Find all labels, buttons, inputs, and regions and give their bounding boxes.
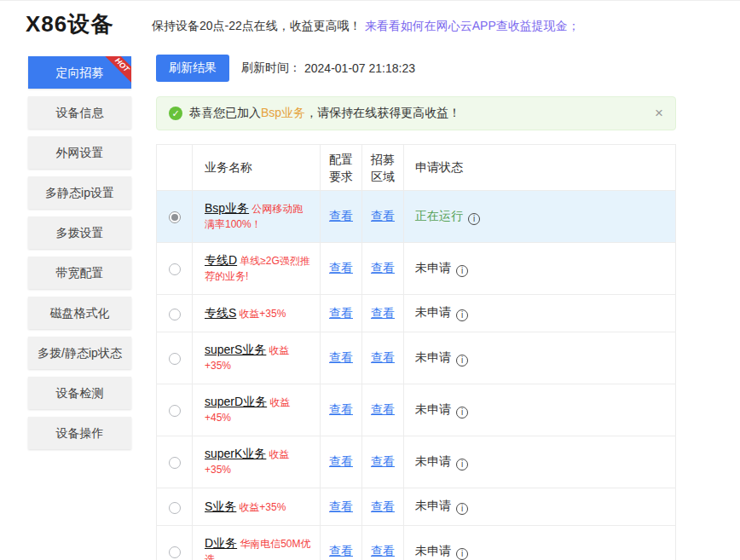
sidebar-item-label: 磁盘格式化: [50, 306, 110, 320]
config-view-link[interactable]: 查看: [329, 544, 353, 557]
header-config-req: 配置要求: [321, 145, 362, 191]
page-title: X86设备: [26, 9, 113, 39]
business-name[interactable]: superK业务: [205, 447, 266, 460]
business-name[interactable]: superS业务: [205, 343, 266, 356]
check-circle-icon: ✓: [169, 107, 182, 120]
row-radio[interactable]: [169, 309, 181, 320]
sidebar-item-多静态ip设置[interactable]: 多静态ip设置: [28, 176, 131, 209]
alert-highlight: Bsp业务: [261, 106, 305, 119]
header-radio-col: [157, 145, 193, 191]
config-view-link[interactable]: 查看: [329, 261, 353, 274]
region-view-link[interactable]: 查看: [371, 454, 395, 468]
header-business-name: 业务名称: [193, 145, 321, 191]
info-icon[interactable]: i: [456, 459, 468, 471]
region-view-link[interactable]: 查看: [371, 306, 395, 320]
business-name[interactable]: 专线S: [205, 306, 236, 320]
main-content: 刷新结果 刷新时间： 2024-01-07 21:18:23 ✓ 恭喜您已加入B…: [156, 55, 676, 560]
table-row: superK业务收益+35% 查看 查看 未申请i: [157, 436, 676, 488]
region-view-link[interactable]: 查看: [371, 209, 395, 222]
row-radio[interactable]: [169, 405, 181, 417]
toolbar: 刷新结果 刷新时间： 2024-01-07 21:18:23: [156, 55, 676, 82]
header-apply-status: 申请状态: [404, 145, 676, 191]
config-view-link[interactable]: 查看: [329, 306, 353, 320]
region-view-link[interactable]: 查看: [371, 350, 395, 364]
status-text: 未申请: [415, 454, 451, 468]
sidebar-item-label: 设备操作: [56, 426, 104, 440]
config-view-link[interactable]: 查看: [329, 454, 353, 468]
info-icon[interactable]: i: [456, 309, 468, 321]
info-icon[interactable]: i: [456, 548, 468, 560]
status-text: 未申请: [415, 402, 451, 416]
alert-text: 恭喜您已加入Bsp业务，请保持在线获得更高收益！: [189, 106, 460, 121]
business-table: 业务名称 配置要求 招募区域 申请状态 Bsp业务公网移动跑满率100%！ 查看…: [156, 144, 676, 560]
promo-link[interactable]: 来看看如何在网心云APP查收益提现金；: [365, 19, 580, 32]
business-name[interactable]: D业务: [205, 536, 237, 550]
region-view-link[interactable]: 查看: [371, 499, 395, 513]
config-view-link[interactable]: 查看: [329, 402, 353, 416]
status-text: 未申请: [415, 544, 451, 557]
business-name[interactable]: Bsp业务: [205, 201, 249, 215]
success-alert: ✓ 恭喜您已加入Bsp业务，请保持在线获得更高收益！ ×: [156, 96, 676, 130]
status-text: 未申请: [415, 350, 451, 364]
config-view-link[interactable]: 查看: [329, 209, 353, 222]
business-note: 收益+35%: [239, 501, 286, 513]
sidebar-item-多拨/静态ip状态[interactable]: 多拨/静态ip状态: [28, 337, 131, 369]
info-icon[interactable]: i: [456, 355, 468, 367]
row-radio[interactable]: [169, 211, 181, 223]
sidebar-item-label: 带宽配置: [56, 266, 104, 280]
business-name[interactable]: superD业务: [205, 395, 267, 408]
table-header-row: 业务名称 配置要求 招募区域 申请状态: [157, 145, 676, 191]
sidebar-item-label: 定向招募: [56, 66, 104, 79]
sidebar-item-label: 设备检测: [56, 386, 104, 400]
row-radio[interactable]: [169, 353, 181, 365]
business-name[interactable]: 专线D: [205, 253, 237, 267]
row-radio[interactable]: [169, 546, 181, 558]
business-note: 收益+35%: [239, 308, 286, 320]
sidebar-item-带宽配置[interactable]: 带宽配置: [28, 257, 131, 289]
sidebar-item-多拨设置[interactable]: 多拨设置: [28, 216, 131, 249]
sidebar-item-定向招募[interactable]: 定向招募 HOT: [28, 56, 131, 89]
sidebar-item-label: 外网设置: [56, 146, 104, 159]
info-icon[interactable]: i: [456, 503, 468, 515]
info-icon[interactable]: i: [456, 265, 468, 277]
row-radio[interactable]: [169, 457, 181, 469]
table-row: S业务收益+35% 查看 查看 未申请i: [157, 488, 676, 526]
region-view-link[interactable]: 查看: [371, 261, 395, 274]
sidebar: 定向招募 HOT 设备信息 外网设置 多静态ip设置 多拨设置 带宽配置 磁盘格…: [28, 56, 131, 457]
header-subtitle: 保持设备20点-22点在线，收益更高哦！ 来看看如何在网心云APP查收益提现金；: [152, 19, 580, 34]
refresh-button[interactable]: 刷新结果: [156, 55, 229, 82]
sidebar-item-设备信息[interactable]: 设备信息: [28, 96, 131, 129]
table-row: 专线D单线≥2G强烈推荐的业务! 查看 查看 未申请i: [157, 243, 676, 295]
region-view-link[interactable]: 查看: [371, 402, 395, 416]
page: X86设备 保持设备20点-22点在线，收益更高哦！ 来看看如何在网心云APP查…: [0, 0, 740, 560]
config-view-link[interactable]: 查看: [329, 350, 353, 364]
table-row: D业务华南电信50M优选 查看 查看 未申请i: [157, 526, 676, 560]
info-icon[interactable]: i: [456, 407, 468, 419]
info-icon[interactable]: i: [468, 213, 480, 225]
config-view-link[interactable]: 查看: [329, 499, 353, 513]
sidebar-item-label: 多静态ip设置: [45, 186, 114, 199]
sidebar-item-label: 多拨/静态ip状态: [38, 346, 122, 360]
sidebar-item-设备检测[interactable]: 设备检测: [28, 377, 131, 409]
refresh-time-label: 刷新时间：: [241, 61, 301, 76]
row-radio[interactable]: [169, 263, 181, 275]
status-text: 正在运行: [415, 209, 463, 222]
subtitle-text: 保持设备20点-22点在线，收益更高哦！: [152, 19, 361, 32]
sidebar-item-磁盘格式化[interactable]: 磁盘格式化: [28, 297, 131, 329]
row-radio[interactable]: [169, 502, 181, 514]
sidebar-item-设备操作[interactable]: 设备操作: [28, 417, 131, 449]
refresh-time-value: 2024-01-07 21:18:23: [304, 61, 415, 75]
close-icon[interactable]: ×: [655, 106, 663, 120]
business-name[interactable]: S业务: [205, 499, 236, 513]
region-view-link[interactable]: 查看: [371, 544, 395, 557]
table-row: superS业务收益+35% 查看 查看 未申请i: [157, 332, 676, 384]
status-text: 未申请: [415, 261, 451, 274]
status-text: 未申请: [415, 499, 451, 512]
sidebar-item-外网设置[interactable]: 外网设置: [28, 136, 131, 169]
header-recruit-region: 招募区域: [362, 145, 404, 191]
sidebar-item-label: 多拨设置: [56, 226, 104, 240]
table-row: 专线S收益+35% 查看 查看 未申请i: [157, 295, 676, 332]
hot-badge: HOT: [102, 56, 131, 84]
table-row: Bsp业务公网移动跑满率100%！ 查看 查看 正在运行i: [157, 191, 676, 243]
sidebar-item-label: 设备信息: [56, 106, 104, 119]
